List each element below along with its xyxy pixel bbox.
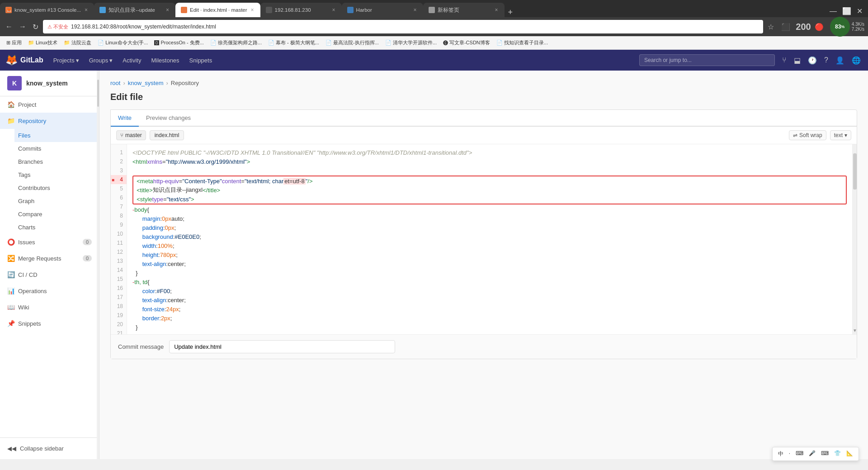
address-bar[interactable]: ⚠ 不安全 192.168.81.240:88/root/know_system… [43, 20, 763, 33]
ime-item-4[interactable]: 🎤 [807, 449, 817, 459]
merge-icon[interactable]: ⬓ [792, 54, 802, 66]
breadcrumb-root[interactable]: root [110, 80, 120, 86]
nav-item-activity[interactable]: Activity [118, 53, 146, 67]
search-input[interactable] [639, 54, 775, 66]
sidebar-item-label-operations: Operations [18, 288, 47, 294]
globe-icon[interactable]: 🌐 [850, 54, 863, 66]
issues-icon: ⭕ [7, 238, 14, 246]
bookmark-architect[interactable]: 📄 徐亮偃架构师之路... [208, 38, 264, 47]
reload-button[interactable]: ↻ [31, 21, 40, 33]
bookmark-knowledge[interactable]: 📄 找知识查看子目录... [494, 38, 551, 47]
sidebar-sub-item-graph[interactable]: Graph [14, 195, 99, 208]
bookmark-tsinghua[interactable]: 📄 清华大学开源软件... [382, 38, 439, 47]
bookmark-star-icon[interactable]: ☆ [766, 21, 776, 33]
nav-item-projects[interactable]: Projects ▾ [49, 53, 84, 67]
sidebar-sub-item-files[interactable]: Files [14, 129, 99, 142]
nav-item-snippets[interactable]: Snippets [185, 53, 217, 67]
collapse-label: Collapse sidebar [20, 445, 64, 452]
browser-tab-6[interactable]: 新标签页 × [423, 3, 505, 17]
code-line-6: <style type="text/css"> [133, 195, 846, 204]
clock-icon[interactable]: 🕐 [806, 54, 819, 66]
minimize-button[interactable]: — [828, 5, 839, 17]
bookmark-linux-cmd[interactable]: 📄 Linux命令大全(手... [95, 38, 151, 47]
line-num-11: 11 [111, 238, 127, 247]
browser-tab-4[interactable]: 192.168.81.230 × [260, 3, 342, 17]
ime-item-1[interactable]: 中 [776, 449, 785, 459]
tab-favicon-6 [429, 7, 435, 13]
browser-tab-5[interactable]: Harbor × [342, 3, 423, 17]
toolbar-right: ⇌ Soft wrap text ▾ [789, 130, 851, 140]
sidebar-item-wiki[interactable]: 📖 Wiki [0, 299, 99, 315]
breadcrumb-sep-1: › [123, 80, 125, 86]
collapse-sidebar-button[interactable]: ◀◀ Collapse sidebar [0, 442, 99, 456]
sidebar-item-project[interactable]: 🏠 Project [0, 96, 99, 113]
bookmark-linux-tech[interactable]: 📁 Linux技术 [25, 38, 60, 47]
bookmark-apps[interactable]: ⊞ 应用 [4, 38, 24, 47]
softwrap-button[interactable]: ⇌ Soft wrap [789, 130, 826, 140]
tab-title-3: Edit · index.html · master [190, 7, 247, 13]
bookmark-court[interactable]: 📄 最高法院-执行指挥... [323, 38, 382, 47]
tab-write[interactable]: Write [111, 110, 139, 127]
sidebar-sub-label-branches: Branches [18, 158, 43, 165]
back-button[interactable]: ← [4, 21, 14, 33]
close-window-button[interactable]: ✕ [855, 5, 864, 17]
ime-item-6[interactable]: 👕 [832, 449, 843, 459]
breadcrumb-project[interactable]: know_system [128, 80, 164, 86]
help-icon[interactable]: ? [822, 54, 830, 66]
sidebar-sub-item-charts[interactable]: Charts [14, 221, 99, 234]
sidebar-sub-item-branches[interactable]: Branches [14, 155, 99, 168]
sidebar-sub-item-tags[interactable]: Tags [14, 168, 99, 181]
maximize-button[interactable]: ⬜ [840, 5, 853, 17]
gitlab-search[interactable] [639, 54, 775, 66]
nav-item-milestones[interactable]: Milestones [146, 53, 184, 67]
nav-item-groups[interactable]: Groups ▾ [85, 53, 118, 67]
sidebar-sub-item-contributors[interactable]: Contributors [14, 181, 99, 195]
tab-close-1[interactable]: × [84, 7, 89, 13]
line-num-18: 18 [111, 302, 127, 311]
gitlab-logo[interactable]: 🦊 GitLab [5, 54, 43, 66]
bookmark-processon[interactable]: 🅾 ProcessOn - 免费... [151, 38, 206, 47]
code-line-15: - th, td { [132, 277, 847, 286]
code-line-14: } [132, 268, 847, 277]
forward-button[interactable]: → [17, 21, 28, 33]
new-tab-button[interactable]: + [505, 8, 517, 17]
user-icon[interactable]: 👤 [834, 54, 846, 66]
sidebar-item-operations[interactable]: 📊 Operations [0, 283, 99, 299]
tab-close-4[interactable]: × [331, 7, 336, 13]
sidebar-sub-item-commits[interactable]: Commits [14, 142, 99, 155]
scrollbar-down-arrow[interactable]: ▼ [853, 327, 857, 334]
ime-item-5[interactable]: ⌨ [819, 449, 830, 459]
branch-badge[interactable]: ⑂ master [116, 130, 146, 140]
sidebar-item-merge-requests[interactable]: 🔀 Merge Requests 0 [0, 250, 99, 266]
commit-message-input[interactable] [169, 340, 395, 353]
bookmark-cloud[interactable]: 📁 法院云盘 [61, 38, 94, 47]
tab-close-5[interactable]: × [413, 7, 418, 13]
code-scrollbar[interactable]: ▼ [852, 144, 857, 334]
browser-tab-2[interactable]: 知识点目录--update × [94, 3, 175, 17]
tab-close-6[interactable]: × [494, 7, 499, 13]
alert-icon[interactable]: 🔴 [815, 23, 824, 31]
sidebar-sub-item-compare[interactable]: Compare [14, 208, 99, 221]
code-content[interactable]: <!DOCTYPE html PUBLIC "-//W3C//DTD XHTML… [127, 144, 852, 334]
ime-item-3[interactable]: ⌨ [794, 449, 805, 459]
ime-item-2[interactable]: · [787, 449, 792, 459]
gitlab-logo-text: GitLab [20, 56, 43, 64]
bookmark-csdn[interactable]: 🅒 写文章-CSDN博客 [440, 38, 493, 47]
bookmark-mubu[interactable]: 📄 幕布 - 极简大纲笔... [265, 38, 322, 47]
text-dropdown[interactable]: text ▾ [830, 130, 851, 140]
browser-tab-1[interactable]: 🦊 know_system #13 Console... × [0, 3, 94, 17]
tab-preview[interactable]: Preview changes [139, 110, 198, 127]
sidebar-item-snippets[interactable]: 📌 Snippets [0, 315, 99, 332]
sidebar-item-issues[interactable]: ⭕ Issues 0 [0, 234, 99, 250]
file-name-badge[interactable]: index.html [150, 130, 184, 140]
line-num-3: 3 [111, 166, 127, 175]
browser-tab-3[interactable]: Edit · index.html · master × [175, 3, 260, 17]
tab-close-2[interactable]: × [165, 7, 170, 13]
tab-close-3[interactable]: × [250, 7, 255, 13]
extensions-icon[interactable]: ⬛ [779, 21, 792, 33]
profile-icon[interactable]: 200 [796, 22, 811, 32]
ime-item-7[interactable]: 📐 [844, 449, 855, 459]
fork-icon[interactable]: ⑂ [780, 54, 788, 66]
sidebar-item-cicd[interactable]: 🔄 CI / CD [0, 266, 99, 283]
sidebar-item-repository[interactable]: 📁 Repository [0, 113, 99, 129]
